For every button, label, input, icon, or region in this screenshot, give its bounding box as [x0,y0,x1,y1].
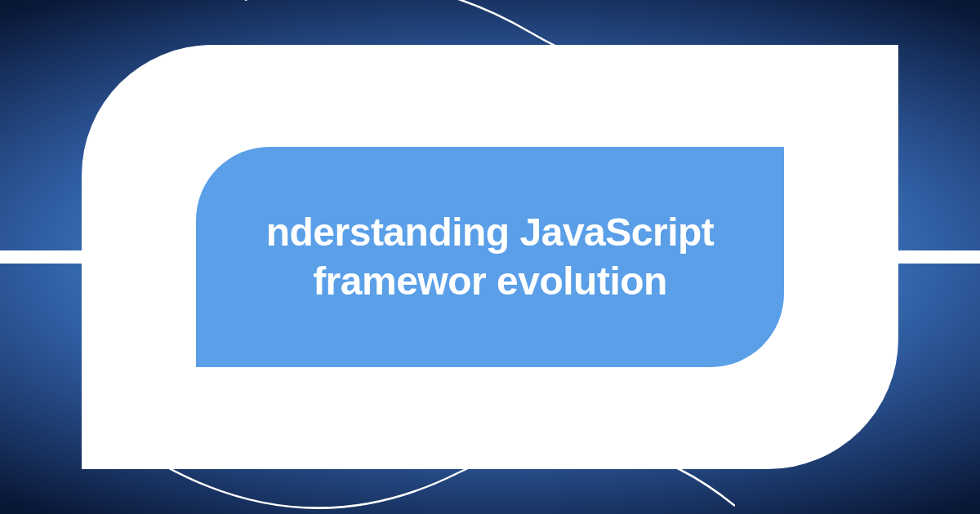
card-title: nderstanding JavaScript framewor evoluti… [196,208,784,306]
inner-blue-panel: nderstanding JavaScript framewor evoluti… [196,147,784,367]
